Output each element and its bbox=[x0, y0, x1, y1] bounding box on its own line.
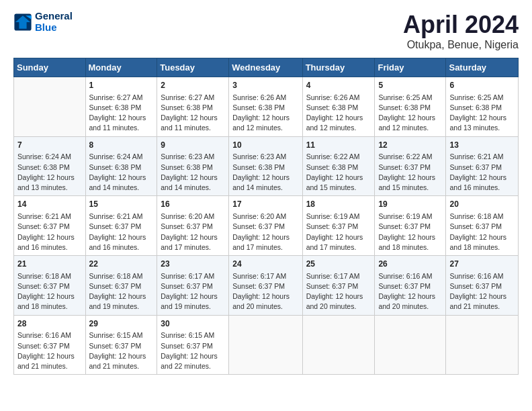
day-info: Sunrise: 6:16 AM Sunset: 6:37 PM Dayligh… bbox=[378, 271, 442, 312]
day-number: 15 bbox=[89, 199, 154, 210]
day-number: 28 bbox=[17, 318, 82, 330]
day-info: Sunrise: 6:23 AM Sunset: 6:38 PM Dayligh… bbox=[232, 152, 298, 193]
day-number: 14 bbox=[17, 199, 82, 210]
calendar-cell: 5Sunrise: 6:25 AM Sunset: 6:38 PM Daylig… bbox=[375, 77, 446, 137]
day-number: 17 bbox=[232, 199, 298, 210]
week-row-4: 21Sunrise: 6:18 AM Sunset: 6:37 PM Dayli… bbox=[14, 256, 519, 316]
day-number: 22 bbox=[89, 259, 154, 270]
day-info: Sunrise: 6:27 AM Sunset: 6:38 PM Dayligh… bbox=[161, 93, 225, 134]
day-number: 1 bbox=[89, 80, 154, 91]
calendar-cell: 6Sunrise: 6:25 AM Sunset: 6:38 PM Daylig… bbox=[446, 77, 519, 137]
day-info: Sunrise: 6:23 AM Sunset: 6:38 PM Dayligh… bbox=[161, 152, 225, 193]
day-number: 18 bbox=[306, 199, 371, 210]
day-info: Sunrise: 6:17 AM Sunset: 6:37 PM Dayligh… bbox=[306, 271, 371, 312]
calendar-cell: 1Sunrise: 6:27 AM Sunset: 6:38 PM Daylig… bbox=[85, 77, 157, 137]
week-row-2: 7Sunrise: 6:24 AM Sunset: 6:38 PM Daylig… bbox=[14, 136, 519, 196]
calendar-cell: 29Sunrise: 6:15 AM Sunset: 6:37 PM Dayli… bbox=[85, 315, 157, 375]
calendar-subtitle: Otukpa, Benue, Nigeria bbox=[403, 39, 519, 51]
calendar-cell: 19Sunrise: 6:19 AM Sunset: 6:37 PM Dayli… bbox=[375, 196, 446, 256]
calendar-cell: 21Sunrise: 6:18 AM Sunset: 6:37 PM Dayli… bbox=[14, 256, 86, 316]
calendar-cell bbox=[14, 77, 86, 137]
calendar-cell bbox=[229, 315, 302, 375]
calendar-cell: 22Sunrise: 6:18 AM Sunset: 6:37 PM Dayli… bbox=[85, 256, 157, 316]
day-info: Sunrise: 6:25 AM Sunset: 6:38 PM Dayligh… bbox=[378, 93, 442, 134]
calendar-cell: 26Sunrise: 6:16 AM Sunset: 6:37 PM Dayli… bbox=[375, 256, 446, 316]
header: General Blue April 2024 Otukpa, Benue, N… bbox=[13, 11, 519, 51]
day-info: Sunrise: 6:15 AM Sunset: 6:37 PM Dayligh… bbox=[161, 330, 225, 371]
calendar-cell: 7Sunrise: 6:24 AM Sunset: 6:38 PM Daylig… bbox=[14, 136, 86, 196]
calendar-cell: 4Sunrise: 6:26 AM Sunset: 6:38 PM Daylig… bbox=[302, 77, 375, 137]
weekday-header-wednesday: Wednesday bbox=[229, 58, 302, 77]
day-info: Sunrise: 6:26 AM Sunset: 6:38 PM Dayligh… bbox=[232, 93, 298, 134]
calendar-cell: 24Sunrise: 6:17 AM Sunset: 6:37 PM Dayli… bbox=[229, 256, 302, 316]
day-info: Sunrise: 6:22 AM Sunset: 6:37 PM Dayligh… bbox=[378, 152, 442, 193]
day-info: Sunrise: 6:15 AM Sunset: 6:37 PM Dayligh… bbox=[89, 330, 154, 371]
day-number: 9 bbox=[161, 140, 225, 151]
title-block: April 2024 Otukpa, Benue, Nigeria bbox=[403, 11, 519, 51]
day-info: Sunrise: 6:21 AM Sunset: 6:37 PM Dayligh… bbox=[89, 212, 154, 253]
day-number: 7 bbox=[17, 140, 82, 151]
day-info: Sunrise: 6:24 AM Sunset: 6:38 PM Dayligh… bbox=[17, 152, 82, 193]
calendar-cell: 25Sunrise: 6:17 AM Sunset: 6:37 PM Dayli… bbox=[302, 256, 375, 316]
day-number: 11 bbox=[306, 140, 371, 151]
day-number: 12 bbox=[378, 140, 442, 151]
calendar-cell: 27Sunrise: 6:16 AM Sunset: 6:37 PM Dayli… bbox=[446, 256, 519, 316]
day-number: 26 bbox=[378, 259, 442, 270]
calendar-title: April 2024 bbox=[403, 11, 519, 39]
day-info: Sunrise: 6:21 AM Sunset: 6:37 PM Dayligh… bbox=[449, 152, 515, 193]
logo-text: General Blue bbox=[35, 11, 73, 33]
day-number: 30 bbox=[161, 318, 225, 330]
day-info: Sunrise: 6:16 AM Sunset: 6:37 PM Dayligh… bbox=[17, 330, 82, 371]
day-number: 8 bbox=[89, 140, 154, 151]
day-info: Sunrise: 6:22 AM Sunset: 6:38 PM Dayligh… bbox=[306, 152, 371, 193]
calendar-cell: 15Sunrise: 6:21 AM Sunset: 6:37 PM Dayli… bbox=[85, 196, 157, 256]
day-info: Sunrise: 6:26 AM Sunset: 6:38 PM Dayligh… bbox=[306, 93, 371, 134]
day-number: 19 bbox=[378, 199, 442, 210]
calendar-cell: 16Sunrise: 6:20 AM Sunset: 6:37 PM Dayli… bbox=[157, 196, 229, 256]
day-info: Sunrise: 6:16 AM Sunset: 6:37 PM Dayligh… bbox=[449, 271, 515, 312]
day-number: 4 bbox=[306, 80, 371, 91]
calendar-cell: 17Sunrise: 6:20 AM Sunset: 6:37 PM Dayli… bbox=[229, 196, 302, 256]
calendar-cell: 23Sunrise: 6:17 AM Sunset: 6:37 PM Dayli… bbox=[157, 256, 229, 316]
calendar-cell: 10Sunrise: 6:23 AM Sunset: 6:38 PM Dayli… bbox=[229, 136, 302, 196]
weekday-header-friday: Friday bbox=[375, 58, 446, 77]
day-info: Sunrise: 6:27 AM Sunset: 6:38 PM Dayligh… bbox=[89, 93, 154, 134]
day-number: 23 bbox=[161, 259, 225, 270]
day-info: Sunrise: 6:18 AM Sunset: 6:37 PM Dayligh… bbox=[17, 271, 82, 312]
day-number: 21 bbox=[17, 259, 82, 270]
calendar-cell: 20Sunrise: 6:18 AM Sunset: 6:37 PM Dayli… bbox=[446, 196, 519, 256]
day-number: 16 bbox=[161, 199, 225, 210]
day-number: 2 bbox=[161, 80, 225, 91]
calendar-cell: 9Sunrise: 6:23 AM Sunset: 6:38 PM Daylig… bbox=[157, 136, 229, 196]
calendar-cell: 11Sunrise: 6:22 AM Sunset: 6:38 PM Dayli… bbox=[302, 136, 375, 196]
day-info: Sunrise: 6:19 AM Sunset: 6:37 PM Dayligh… bbox=[306, 212, 371, 253]
day-info: Sunrise: 6:25 AM Sunset: 6:38 PM Dayligh… bbox=[449, 93, 515, 134]
page: General Blue April 2024 Otukpa, Benue, N… bbox=[0, 0, 532, 411]
calendar-cell: 8Sunrise: 6:24 AM Sunset: 6:38 PM Daylig… bbox=[85, 136, 157, 196]
day-info: Sunrise: 6:17 AM Sunset: 6:37 PM Dayligh… bbox=[232, 271, 298, 312]
calendar-cell: 18Sunrise: 6:19 AM Sunset: 6:37 PM Dayli… bbox=[302, 196, 375, 256]
calendar-cell: 13Sunrise: 6:21 AM Sunset: 6:37 PM Dayli… bbox=[446, 136, 519, 196]
calendar-cell bbox=[446, 315, 519, 375]
calendar-cell: 3Sunrise: 6:26 AM Sunset: 6:38 PM Daylig… bbox=[229, 77, 302, 137]
week-row-1: 1Sunrise: 6:27 AM Sunset: 6:38 PM Daylig… bbox=[14, 77, 519, 137]
weekday-header-tuesday: Tuesday bbox=[157, 58, 229, 77]
day-number: 5 bbox=[378, 80, 442, 91]
week-row-3: 14Sunrise: 6:21 AM Sunset: 6:37 PM Dayli… bbox=[14, 196, 519, 256]
calendar-cell: 14Sunrise: 6:21 AM Sunset: 6:37 PM Dayli… bbox=[14, 196, 86, 256]
day-number: 3 bbox=[232, 80, 298, 91]
day-number: 24 bbox=[232, 259, 298, 270]
calendar-cell: 12Sunrise: 6:22 AM Sunset: 6:37 PM Dayli… bbox=[375, 136, 446, 196]
calendar-table: SundayMondayTuesdayWednesdayThursdayFrid… bbox=[13, 58, 519, 375]
weekday-header-sunday: Sunday bbox=[14, 58, 86, 77]
day-info: Sunrise: 6:18 AM Sunset: 6:37 PM Dayligh… bbox=[449, 212, 515, 253]
day-info: Sunrise: 6:20 AM Sunset: 6:37 PM Dayligh… bbox=[161, 212, 225, 253]
day-number: 10 bbox=[232, 140, 298, 151]
calendar-cell: 28Sunrise: 6:16 AM Sunset: 6:37 PM Dayli… bbox=[14, 315, 86, 375]
day-info: Sunrise: 6:17 AM Sunset: 6:37 PM Dayligh… bbox=[161, 271, 225, 312]
day-number: 20 bbox=[449, 199, 515, 210]
logo-icon bbox=[13, 13, 32, 32]
weekday-header-saturday: Saturday bbox=[446, 58, 519, 77]
day-info: Sunrise: 6:20 AM Sunset: 6:37 PM Dayligh… bbox=[232, 212, 298, 253]
weekday-header-thursday: Thursday bbox=[302, 58, 375, 77]
